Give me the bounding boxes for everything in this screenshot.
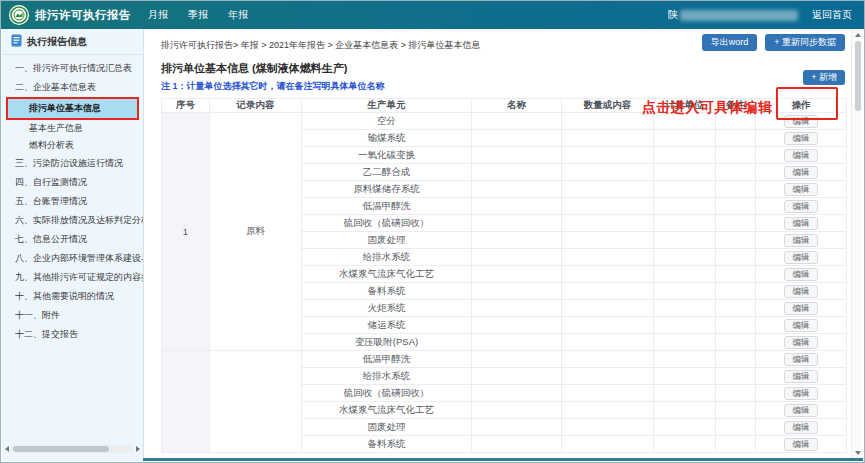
measure-unit-cell <box>654 385 716 402</box>
edit-button[interactable]: 编辑 <box>784 421 818 434</box>
operation-cell: 编辑 <box>756 300 847 317</box>
unit-cell: 火炬系统 <box>302 300 472 317</box>
quantity-cell <box>562 113 654 130</box>
horizontal-scroll-thumb[interactable] <box>13 446 109 452</box>
remark-cell <box>716 266 756 283</box>
edit-button[interactable]: 编辑 <box>784 336 818 349</box>
edit-button[interactable]: 编辑 <box>784 166 818 179</box>
edit-button[interactable]: 编辑 <box>784 132 818 145</box>
unit-cell: 低温甲醇洗 <box>302 351 472 368</box>
edit-button[interactable]: 编辑 <box>784 370 818 383</box>
table-row: 低温甲醇洗编辑 <box>162 351 847 368</box>
horizontal-scroll-track[interactable] <box>11 445 134 453</box>
sidebar-item[interactable]: 燃料分析表 <box>2 137 143 154</box>
unit-cell: 储运系统 <box>302 317 472 334</box>
table-body: 1原料空分编辑输煤系统编辑一氧化碳变换编辑乙二醇合成编辑原料煤储存系统编辑低温甲… <box>162 113 847 453</box>
nav-item-月报[interactable]: 月报 <box>147 6 169 24</box>
operation-cell: 编辑 <box>756 351 847 368</box>
vertical-scroll-thumb[interactable] <box>855 41 861 111</box>
add-new-button[interactable]: + 新增 <box>803 70 845 85</box>
remark-cell <box>716 436 756 453</box>
sidebar-item[interactable]: 十、其他需要说明的情况 <box>2 287 143 306</box>
sidebar-item[interactable]: 三、污染防治设施运行情况 <box>2 154 143 173</box>
vertical-scroll-track[interactable] <box>854 39 862 449</box>
name-cell <box>472 385 562 402</box>
app-title: 排污许可执行报告 <box>35 8 131 23</box>
edit-button[interactable]: 编辑 <box>784 268 818 281</box>
sidebar-item[interactable]: 六、实际排放情况及达标判定分析 <box>2 211 143 230</box>
sidebar-item[interactable]: 四、自行监测情况 <box>2 173 143 192</box>
sidebar-item[interactable]: 十二、提交报告 <box>2 325 143 344</box>
scroll-up-icon[interactable] <box>855 33 861 37</box>
edit-button[interactable]: 编辑 <box>784 251 818 264</box>
edit-button[interactable]: 编辑 <box>784 353 818 366</box>
sidebar-item[interactable]: 九、其他排污许可证规定的内容执行情况 <box>2 268 143 287</box>
sidebar-horizontal-scrollbar[interactable] <box>5 444 140 454</box>
name-cell <box>472 181 562 198</box>
edit-button[interactable]: 编辑 <box>784 200 818 213</box>
measure-unit-cell <box>654 317 716 334</box>
unit-cell: 一氧化碳变换 <box>302 147 472 164</box>
seq-cell <box>162 351 210 453</box>
edit-button[interactable]: 编辑 <box>784 149 818 162</box>
scroll-right-icon[interactable] <box>136 446 140 452</box>
app-window: 排污许可执行报告 月报季报年报 陕 返回首页 执行报告信息 一、排污许可执行情况… <box>0 0 865 463</box>
operation-cell: 编辑 <box>756 317 847 334</box>
name-cell <box>472 266 562 283</box>
header-right: 陕 返回首页 <box>668 8 852 22</box>
scroll-down-icon[interactable] <box>855 451 861 455</box>
operation-cell: 编辑 <box>756 249 847 266</box>
edit-button[interactable]: 编辑 <box>784 217 818 230</box>
app-header: 排污许可执行报告 月报季报年报 陕 返回首页 <box>1 1 864 29</box>
edit-button[interactable]: 编辑 <box>784 438 818 451</box>
note-text: 注 1：计量单位选择其它时，请在备注写明具体单位名称 <box>161 80 851 93</box>
sidebar-item[interactable]: 七、信息公开情况 <box>2 230 143 249</box>
sidebar-item[interactable]: 一、排污许可执行情况汇总表 <box>2 59 143 78</box>
edit-button[interactable]: 编辑 <box>784 183 818 196</box>
resync-data-button[interactable]: + 重新同步数据 <box>765 34 845 51</box>
remark-cell <box>716 198 756 215</box>
quantity-cell <box>562 147 654 164</box>
edit-button[interactable]: 编辑 <box>784 234 818 247</box>
sidebar-item[interactable]: 十一、附件 <box>2 306 143 325</box>
edit-button[interactable]: 编辑 <box>784 319 818 332</box>
unit-cell: 给排水系统 <box>302 368 472 385</box>
edit-button[interactable]: 编辑 <box>784 404 818 417</box>
edit-button[interactable]: 编辑 <box>784 387 818 400</box>
home-link[interactable]: 返回首页 <box>812 8 852 22</box>
sidebar-item[interactable]: 二、企业基本信息表 <box>2 78 143 97</box>
quantity-cell <box>562 419 654 436</box>
remark-cell <box>716 130 756 147</box>
operation-cell: 编辑 <box>756 266 847 283</box>
name-cell <box>472 351 562 368</box>
nav-item-年报[interactable]: 年报 <box>227 6 249 24</box>
scroll-left-icon[interactable] <box>5 446 9 452</box>
name-cell <box>472 249 562 266</box>
name-cell <box>472 232 562 249</box>
column-header: 名称 <box>472 99 562 113</box>
edit-button[interactable]: 编辑 <box>784 302 818 315</box>
sidebar-item[interactable]: 基本生产信息 <box>2 120 143 137</box>
name-cell <box>472 334 562 351</box>
sidebar-item[interactable]: 排污单位基本信息 <box>8 99 137 118</box>
edit-button[interactable]: 编辑 <box>784 285 818 298</box>
export-word-button[interactable]: 导出word <box>702 34 758 51</box>
measure-unit-cell <box>654 266 716 283</box>
quantity-cell <box>562 164 654 181</box>
edit-annotation-text: 点击进入可具体编辑 <box>642 99 773 117</box>
nav-item-季报[interactable]: 季报 <box>187 6 209 24</box>
unit-cell: 给排水系统 <box>302 249 472 266</box>
unit-cell: 硫回收（硫磺回收） <box>302 385 472 402</box>
remark-cell <box>716 164 756 181</box>
quantity-cell <box>562 317 654 334</box>
sidebar-item[interactable]: 八、企业内部环境管理体系建设与运行情况 <box>2 249 143 268</box>
top-nav: 月报季报年报 <box>147 6 249 24</box>
measure-unit-cell <box>654 249 716 266</box>
operation-cell: 编辑 <box>756 283 847 300</box>
quantity-cell <box>562 368 654 385</box>
sidebar-item[interactable]: 五、台账管理情况 <box>2 192 143 211</box>
unit-cell: 固废处理 <box>302 419 472 436</box>
vertical-scrollbar[interactable] <box>851 30 863 458</box>
quantity-cell <box>562 385 654 402</box>
title-row: 排污单位基本信息 (煤制液体燃料生产) 注 1：计量单位选择其它时，请在备注写明… <box>161 61 851 93</box>
